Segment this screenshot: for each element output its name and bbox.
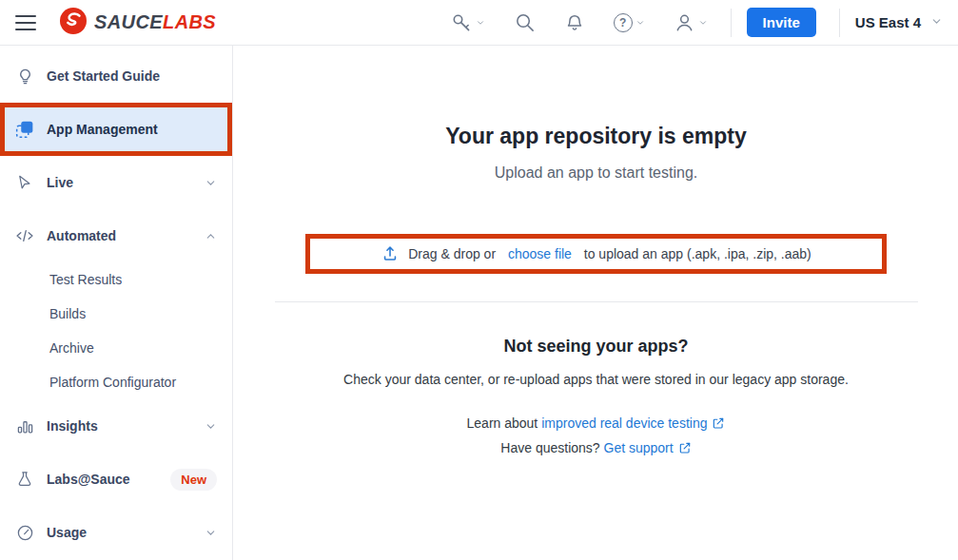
cursor-icon: [15, 174, 34, 191]
sidebar-item-insights[interactable]: Insights: [0, 399, 232, 453]
help-icon: ?: [614, 13, 633, 32]
chevron-down-icon: [205, 420, 217, 433]
get-support-link[interactable]: Get support: [604, 440, 674, 455]
header-divider: [731, 9, 732, 37]
chevron-up-icon: [205, 230, 217, 242]
sidebar-item-label: Live: [47, 175, 73, 190]
brand-text: SAUCELABS: [94, 11, 216, 33]
page-subtitle: Upload an app to start testing.: [234, 164, 958, 182]
chevron-down-icon: [635, 18, 645, 28]
sidebar-item-label: Automated: [47, 228, 116, 243]
chevron-down-icon: [476, 18, 485, 28]
search-icon: [514, 11, 536, 33]
hamburger-menu-button[interactable]: [15, 15, 36, 30]
external-link-icon: [678, 442, 692, 457]
invite-button[interactable]: Invite: [747, 8, 816, 37]
help-section-title: Not seeing your apps?: [234, 337, 958, 357]
sidebar-navigation: Get Started Guide App Management Live Au…: [0, 46, 233, 560]
sidebar-item-get-started-guide[interactable]: Get Started Guide: [0, 49, 232, 103]
sidebar-item-usage[interactable]: Usage: [0, 506, 232, 559]
sidebar-item-labs-at-sauce[interactable]: Labs@Sauce New: [0, 453, 232, 506]
search-button[interactable]: [514, 11, 536, 33]
saucelabs-logo[interactable]: SAUCELABS: [59, 7, 216, 39]
app-window-icon: [15, 120, 34, 139]
access-key-menu-button[interactable]: [450, 11, 485, 34]
get-support-line: Have questions? Get support: [234, 436, 958, 461]
user-icon: [674, 11, 695, 33]
sidebar-item-live[interactable]: Live: [0, 156, 232, 209]
section-divider: [275, 301, 918, 302]
main-content: Your app repository is empty Upload an a…: [234, 46, 958, 560]
notifications-button[interactable]: [564, 12, 585, 33]
region-label: US East 4: [855, 14, 921, 30]
brand-primary: SAUCE: [94, 11, 163, 32]
learn-more-line: Learn about improved real device testing: [234, 412, 958, 436]
help-links: Learn about improved real device testing…: [234, 412, 958, 461]
chevron-down-icon: [205, 177, 217, 189]
sidebar-item-archive[interactable]: Archive: [0, 331, 232, 365]
brand-secondary: LABS: [163, 11, 216, 32]
saucelabs-logo-mark: [59, 7, 88, 39]
sidebar-item-label: App Management: [47, 122, 158, 137]
header-actions: ? Invite US East 4: [421, 8, 943, 37]
upload-dropzone[interactable]: Drag & drop or choose file to upload an …: [305, 234, 887, 274]
sidebar-item-label: Get Started Guide: [47, 68, 160, 84]
chevron-down-icon: [698, 18, 708, 28]
external-link-icon: [712, 417, 725, 433]
key-icon: [450, 11, 473, 34]
help-section-description: Check your data center, or re-upload app…: [234, 372, 958, 387]
flask-icon: [15, 471, 34, 488]
gauge-icon: [15, 524, 34, 542]
code-icon: [15, 226, 34, 245]
choose-file-link[interactable]: choose file: [508, 246, 572, 261]
chevron-down-icon: [205, 527, 217, 539]
sidebar-item-test-results[interactable]: Test Results: [0, 262, 232, 297]
header-divider: [839, 9, 840, 37]
bell-icon: [564, 12, 585, 33]
dropzone-text-prefix: Drag & drop or: [408, 246, 499, 261]
lightbulb-icon: [15, 68, 34, 86]
sidebar-item-label: Usage: [47, 525, 87, 540]
sidebar-item-label: Labs@Sauce: [47, 472, 130, 487]
improved-real-device-testing-link[interactable]: improved real device testing: [541, 415, 707, 431]
page-title: Your app repository is empty: [234, 124, 958, 149]
bar-chart-icon: [15, 417, 34, 435]
sidebar-item-automated[interactable]: Automated: [0, 209, 232, 262]
top-header: SAUCELABS ?: [0, 0, 958, 46]
upload-icon: [381, 244, 400, 263]
sidebar-item-platform-configurator[interactable]: Platform Configurator: [0, 365, 232, 399]
region-selector[interactable]: US East 4: [855, 14, 943, 30]
sidebar-item-builds[interactable]: Builds: [0, 297, 232, 331]
help-menu-button[interactable]: ?: [614, 13, 645, 32]
user-menu-button[interactable]: [674, 11, 708, 33]
dropzone-text-suffix: to upload an app (.apk, .ipa, .zip, .aab…: [580, 246, 811, 261]
hamburger-icon: [15, 15, 36, 17]
sidebar-item-app-management[interactable]: App Management: [0, 103, 232, 156]
sidebar-item-label: Insights: [47, 418, 98, 434]
chevron-down-icon: [930, 15, 943, 30]
link-prefix: Learn about: [467, 415, 542, 431]
new-badge: New: [170, 469, 217, 491]
link-prefix: Have questions?: [500, 440, 603, 455]
